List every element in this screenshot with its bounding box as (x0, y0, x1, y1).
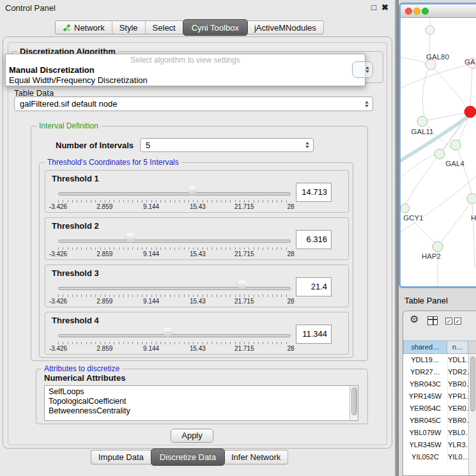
network-node[interactable] (434, 149, 445, 159)
window-controls: □ ✖ (371, 3, 388, 12)
numerical-attributes-list[interactable]: SelfLoops TopologicalCoefficient Between… (44, 385, 358, 421)
cell-name: YLR3… (448, 439, 469, 451)
network-node-selected-red[interactable] (464, 106, 476, 118)
number-of-intervals-label: Number of Intervals (56, 141, 134, 150)
scale-label: -3.426 (49, 345, 67, 352)
network-icon (63, 24, 71, 32)
network-node-gal80[interactable] (426, 59, 436, 70)
network-node-label: GAL11 (411, 128, 434, 135)
control-panel-window: Control Panel □ ✖ Network Style Select C… (0, 0, 395, 476)
scale-label: 28 (287, 203, 294, 210)
interval-definition-group: Interval Definition Number of Intervals … (31, 126, 368, 361)
tab-jactivemodules-label: jActiveMNodules (254, 23, 316, 33)
apply-button[interactable]: Apply (171, 429, 213, 443)
thresholds-group: Threshold's Coordinates for 5 Intervals … (39, 162, 353, 358)
gear-icon[interactable]: ⚙ (410, 314, 418, 325)
slider-track[interactable] (58, 192, 291, 196)
network-node-label: H (471, 214, 476, 222)
network-node-hap2[interactable] (433, 242, 443, 252)
network-canvas[interactable]: GAL80 GA GAL11 GAL4 GCY1 HAP2 H (401, 18, 476, 286)
list-item-betweennesscentrality[interactable]: BetweennessCentrality (45, 406, 358, 416)
group-title-interval-definition: Interval Definition (36, 121, 101, 130)
tab-cyni-toolbox-label: Cyni Toolbox (192, 23, 239, 33)
table-row[interactable]: YPR145WYPR1… (403, 390, 476, 403)
table-row[interactable]: YLR345WYLR3… (403, 439, 476, 451)
slider-ticks (58, 200, 291, 203)
table-data-combo[interactable]: galFiltered.sif default node (14, 96, 373, 111)
threshold-1-value-field[interactable]: 14.713 (296, 183, 332, 202)
scale-label: 28 (287, 298, 294, 305)
slider-scale: -3.426 2.859 9.144 15.43 21.715 28 (58, 345, 291, 353)
cell-name: YPR1… (448, 390, 469, 403)
list-scrollbar-thumb[interactable] (351, 387, 357, 415)
panel-title: Control Panel (5, 3, 56, 13)
table-row[interactable]: YBR045CYBR0… (403, 415, 476, 427)
checkbox-icon-2[interactable]: ✓ (454, 318, 461, 325)
slider-scale: -3.426 2.859 9.144 15.43 21.715 28 (58, 250, 291, 258)
close-window-button[interactable] (405, 8, 412, 15)
algorithm-combo-button[interactable] (352, 61, 373, 78)
slider-track[interactable] (58, 240, 291, 243)
threshold-1-slider[interactable]: -3.426 2.859 9.144 15.43 21.715 28 (58, 185, 291, 211)
tab-discretize-data[interactable]: Discretize Data (151, 449, 225, 466)
scale-label: 28 (287, 345, 294, 352)
threshold-4-label: Threshold 4 (52, 316, 99, 325)
slider-track[interactable] (58, 287, 291, 290)
cell-name: YER0… (448, 403, 469, 415)
threshold-4-value-field[interactable]: 11.344 (296, 325, 332, 344)
minimize-window-button[interactable] (413, 8, 420, 15)
tab-select[interactable]: Select (146, 20, 183, 35)
slider-track[interactable] (58, 334, 291, 337)
columns-icon[interactable] (427, 316, 438, 325)
tab-cyni-toolbox[interactable]: Cyni Toolbox (183, 19, 248, 36)
scale-label: 2.859 (96, 203, 112, 210)
number-of-intervals-combo[interactable]: 5 (140, 138, 314, 152)
threshold-3-label: Threshold 3 (52, 268, 99, 278)
close-icon[interactable]: ✖ (381, 3, 388, 12)
cell-shared-name: YLR345W (403, 439, 448, 451)
float-window-icon[interactable]: □ (371, 3, 376, 12)
tab-infer-network[interactable]: Infer Network (224, 450, 288, 464)
column-header-name[interactable]: n… (447, 341, 468, 354)
threshold-4-slider[interactable]: -3.426 2.859 9.144 15.43 21.715 28 (58, 326, 291, 353)
network-node[interactable] (426, 26, 434, 35)
list-item-selfloops[interactable]: SelfLoops (45, 386, 358, 397)
zoom-window-button[interactable] (422, 8, 429, 15)
network-node-gal4[interactable] (450, 140, 461, 150)
dropdown-item-equal-width-frequency[interactable]: Equal Width/Frequency Discretization (6, 75, 365, 86)
scale-label: -3.426 (49, 203, 67, 210)
dropdown-item-manual-discretization[interactable]: Manual Discretization (6, 65, 365, 75)
table-panel-window: ⚙ ✓ ✓ shared… n… YDL19…YDL1… YDR27…YDR2…… (403, 311, 476, 476)
checkbox-icon-1[interactable]: ✓ (445, 318, 452, 325)
scale-label: 2.859 (96, 250, 112, 257)
column-header-shared-name[interactable]: shared… (403, 341, 447, 354)
list-item-topologicalcoefficient[interactable]: TopologicalCoefficient (45, 397, 358, 406)
network-node-label: GAL4 (445, 160, 464, 167)
threshold-3-value-field[interactable]: 21.4 (296, 277, 332, 296)
table-scrollbar-thumb[interactable] (470, 357, 475, 411)
table-row[interactable]: YBL079WYBL0… (403, 427, 476, 439)
table-row[interactable]: YER054CYER0… (403, 403, 476, 415)
list-scrollbar[interactable] (349, 386, 358, 420)
network-window-titlebar[interactable] (401, 4, 476, 18)
scale-label: 15.43 (190, 250, 206, 257)
scale-label: 2.859 (96, 298, 112, 305)
table-scrollbar[interactable] (468, 354, 476, 475)
combo-arrows-icon (365, 66, 369, 73)
tab-network[interactable]: Network (55, 20, 112, 35)
threshold-2-slider[interactable]: -3.426 2.859 9.144 15.43 21.715 28 (58, 232, 291, 259)
table-row[interactable]: YDL19…YDL1… (403, 354, 476, 366)
threshold-2-value-field[interactable]: 6.316 (296, 230, 332, 249)
cell-shared-name: YDL19… (403, 354, 448, 366)
network-node-gcy1[interactable] (401, 204, 410, 213)
network-node-gal11[interactable] (417, 116, 427, 127)
table-row[interactable]: YDR27…YDR2… (403, 366, 476, 378)
tab-jactivemodules[interactable]: jActiveMNodules (247, 20, 324, 35)
slider-ticks (58, 295, 291, 297)
network-node[interactable] (467, 194, 476, 204)
tab-impute-data[interactable]: Impute Data (91, 450, 151, 464)
table-row[interactable]: YIL052CYIL0… (403, 451, 476, 463)
threshold-3-slider[interactable]: -3.426 2.859 9.144 15.43 21.715 28 (58, 279, 291, 306)
tab-style[interactable]: Style (112, 20, 146, 35)
table-row[interactable]: YBR043CYBR0… (403, 378, 476, 390)
